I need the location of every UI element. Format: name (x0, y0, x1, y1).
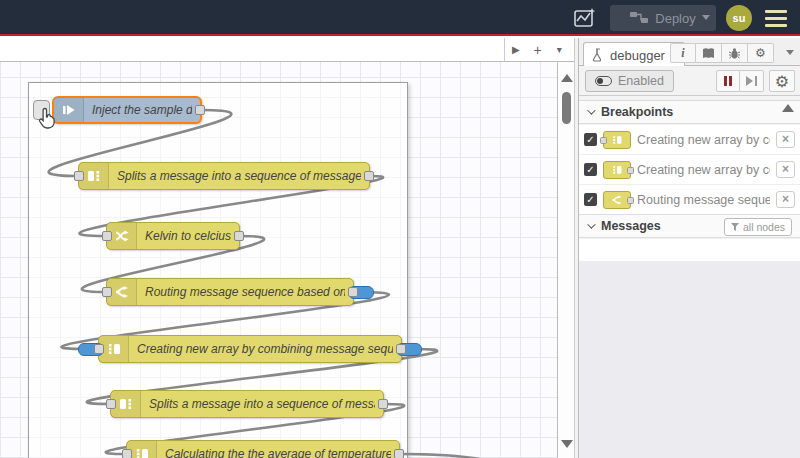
input-port[interactable] (74, 171, 84, 181)
scrollbar-thumb[interactable] (562, 92, 571, 124)
flask-icon (592, 48, 604, 62)
node-join-1[interactable]: Creating new array by combining message … (98, 335, 402, 363)
node-label: Splits a message into a sequence of mess… (117, 163, 361, 189)
scroll-down-icon[interactable] (561, 440, 573, 448)
messages-title: Messages (601, 219, 661, 233)
output-port[interactable] (195, 105, 205, 115)
pause-button[interactable] (716, 70, 740, 92)
output-port (627, 197, 634, 204)
assistant-icon[interactable] (568, 5, 602, 31)
breakpoint-row[interactable]: ✓ Creating new array by combinin × (579, 125, 800, 155)
tab-scroll-icon[interactable]: ▶ (507, 44, 525, 55)
add-flow-button[interactable]: + (528, 42, 546, 58)
input-port[interactable] (122, 449, 132, 458)
input-port[interactable] (102, 231, 112, 241)
deploy-nodes-icon (630, 12, 648, 24)
canvas-scrollbar[interactable] (559, 62, 574, 458)
debugger-settings-icon[interactable]: ⚙ (769, 70, 795, 92)
node-split-1[interactable]: Splits a message into a sequence of mess… (78, 162, 370, 190)
flow-canvas[interactable]: Inject the sample data Splits a message … (0, 62, 558, 458)
output-port[interactable] (396, 344, 406, 354)
breakpoint-label: Creating new array by combinin (637, 133, 770, 147)
enabled-label: Enabled (618, 74, 664, 88)
join-node-icon (603, 161, 631, 179)
debugger-toolbar: Enabled ⚙ (579, 66, 800, 96)
header-bar: Deploy su (0, 0, 800, 36)
node-label: Calculating the the average of temperatu… (165, 441, 391, 458)
node-label: Routing message sequence based on condit… (145, 279, 345, 305)
node-label: Inject the sample data (92, 98, 192, 122)
input-port[interactable] (94, 344, 104, 354)
switch-node-icon (603, 191, 631, 209)
input-port[interactable] (106, 399, 116, 409)
output-port[interactable] (348, 287, 358, 297)
sidebar-menu-caret-icon[interactable] (786, 50, 794, 55)
user-avatar[interactable]: su (726, 5, 752, 31)
sidebar-tab-bar: debugger i ⚙ (579, 38, 800, 66)
sidebar-background (579, 261, 800, 458)
step-button[interactable] (740, 70, 764, 92)
breakpoint-checkbox[interactable]: ✓ (584, 163, 597, 176)
breakpoint-label: Routing message sequence ba (637, 193, 770, 207)
breakpoint-checkbox[interactable]: ✓ (584, 133, 597, 146)
deploy-caret-icon[interactable] (702, 15, 710, 20)
bug-icon[interactable] (722, 43, 748, 63)
filter-label: all nodes (743, 221, 785, 233)
node-split-2[interactable]: Splits a message into a sequence of mess… (110, 390, 384, 418)
breakpoints-title: Breakpoints (601, 105, 673, 119)
message-filter-button[interactable]: all nodes (724, 218, 792, 236)
output-port[interactable] (234, 231, 244, 241)
info-icon[interactable]: i (670, 43, 696, 63)
node-join-2[interactable]: Calculating the the average of temperatu… (126, 440, 400, 458)
breakpoint-checkbox[interactable]: ✓ (584, 193, 597, 206)
deploy-label: Deploy (655, 11, 695, 26)
node-label: Creating new array by combining message … (137, 336, 393, 362)
debugger-enabled-toggle[interactable]: Enabled (585, 70, 674, 92)
main-menu-icon[interactable] (762, 5, 790, 31)
messages-section-header[interactable]: Messages all nodes (579, 214, 800, 238)
input-port (600, 137, 607, 144)
output-port[interactable] (378, 399, 388, 409)
remove-breakpoint-button[interactable]: × (776, 131, 795, 148)
chevron-down-icon (587, 220, 595, 228)
scroll-up-icon[interactable] (561, 74, 573, 82)
mouse-hand-cursor (36, 106, 60, 136)
node-inject[interactable]: Inject the sample data (52, 96, 202, 124)
help-book-icon[interactable] (696, 43, 722, 63)
node-label: Splits a message into a sequence of mess… (149, 391, 375, 417)
output-port[interactable] (394, 449, 404, 458)
node-switch[interactable]: Routing message sequence based on condit… (106, 278, 354, 306)
flow-list-icon[interactable]: ▾ (550, 44, 568, 55)
tab-label: debugger (610, 48, 665, 63)
breakpoint-row[interactable]: ✓ Creating new array by combinin × (579, 155, 800, 185)
workspace-tab-bar: ▶ + ▾ (0, 38, 574, 62)
settings-gear-icon[interactable]: ⚙ (748, 43, 774, 63)
funnel-icon (731, 223, 739, 231)
join-node-icon (603, 131, 631, 149)
avatar-text: su (733, 12, 746, 24)
node-change[interactable]: Kelvin to celcius (106, 222, 240, 250)
breakpoints-section-header[interactable]: Breakpoints (579, 100, 800, 124)
toggle-icon (595, 76, 612, 86)
output-port[interactable] (364, 171, 374, 181)
remove-breakpoint-button[interactable]: × (776, 161, 795, 178)
breakpoint-row[interactable]: ✓ Routing message sequence ba × (579, 185, 800, 215)
messages-list (579, 239, 800, 261)
node-label: Kelvin to celcius (145, 223, 231, 249)
debug-sidebar: debugger i ⚙ Enabled ⚙ Breakpoints (578, 38, 800, 458)
deploy-button[interactable]: Deploy (610, 5, 716, 31)
breakpoint-label: Creating new array by combinin (637, 163, 770, 177)
input-port[interactable] (102, 287, 112, 297)
remove-breakpoint-button[interactable]: × (776, 191, 795, 208)
sidebar-scroll-up-icon[interactable] (782, 104, 794, 112)
output-port (627, 167, 634, 174)
chevron-down-icon (587, 106, 595, 114)
